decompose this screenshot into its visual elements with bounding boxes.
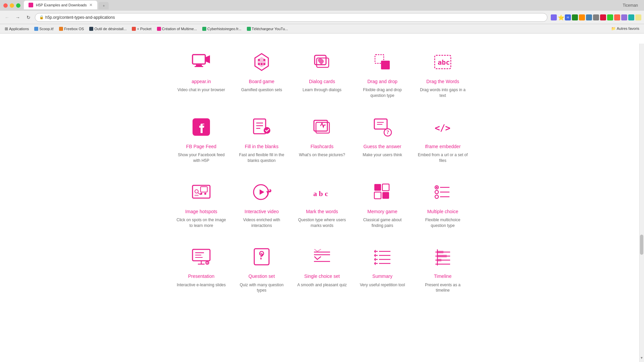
tab-close-icon[interactable]: ✕ [89,3,93,7]
svg-point-32 [195,190,198,193]
content-item-flashcards[interactable]: Flashcards What's on these pictures? [292,109,352,174]
content-item-question-set[interactable]: ? ? Question set Quiz with many question… [231,238,292,303]
svg-text:abc: abc [438,58,450,66]
mark-words-icon: a b c [310,180,334,204]
ext-7 [600,14,606,20]
svg-text:a b c: a b c [313,189,328,198]
multiple-choice-icon [431,180,454,204]
close-button[interactable] [3,3,8,8]
address-bar[interactable]: 🔒 h5p.org/content-types-and-applications [35,13,547,22]
fill-blanks-icon [250,115,273,139]
new-tab-button[interactable]: + [99,2,109,9]
ext-9 [614,14,620,20]
board-game-desc: Gamified question sets [241,87,282,93]
content-item-fb[interactable]: FB Page Feed Show your Facebook feed wit… [171,109,231,174]
security-icon: 🔒 [39,15,44,19]
dialog-cards-title: Dialog cards [309,78,335,84]
ext-1 [551,14,557,20]
forward-button[interactable]: → [13,13,22,22]
bookmark-freebox[interactable]: Freebox OS [57,26,86,32]
ext-6 [593,14,599,20]
timeline-icon [431,245,454,268]
guess-answer-desc: Make your users think [363,152,402,158]
single-choice-icon [310,245,334,268]
svg-text:</>: </> [435,123,450,133]
fill-blanks-title: Fill in the blanks [245,143,278,149]
dialog-cards-desc: Learn through dialogs [303,87,341,93]
bookmark-favicon [247,27,251,31]
dialog-cards-icon [310,50,334,74]
svg-marker-5 [258,57,266,67]
svg-rect-41 [374,184,381,191]
bookmark-favicon [59,27,63,31]
back-button[interactable]: ← [3,13,11,22]
single-choice-title: Single choice set [304,273,340,279]
svg-rect-2 [196,65,202,66]
question-set-desc: Quiz with many question types [236,282,287,294]
bookmark-favicon [157,27,161,31]
scroll-thumb[interactable] [640,235,643,255]
ext-5 [586,14,592,20]
presentation-title: Presentation [188,273,215,279]
board-game-title: Board game [249,78,274,84]
content-item-mark-words[interactable]: a b c Mark the words Question type where… [292,174,352,239]
memory-desc: Classical game about finding pairs [357,217,408,229]
scrollbar[interactable]: ▼ [639,44,644,352]
content-item-memory[interactable]: Memory game Classical game about finding… [352,174,413,239]
bookmarks-bar: ⊞ Applications Scoop.it! Freebox OS Outi… [0,24,644,34]
content-item-drag-drop[interactable]: Drag and drop Flixible drag and drop que… [352,44,413,109]
bookmark-creation[interactable]: Création of Multime... [155,26,199,32]
svg-line-33 [198,193,201,195]
bookmark-applications[interactable]: ⊞ Applications [3,26,31,32]
bookmark-outil[interactable]: Outil de désinstall... [87,26,128,32]
multiple-choice-title: Multiple choice [427,208,459,215]
maximize-button[interactable] [16,3,20,8]
content-item-summary[interactable]: Summary Very useful repetition tool [352,238,413,303]
bookmark-pocket[interactable]: + Pocket [130,26,153,32]
svg-text:?: ? [386,129,389,135]
iframe-icon: </> [431,115,454,139]
svg-rect-34 [201,187,207,192]
bookmark-cyber[interactable]: Cyberhistoiregeo.fr... [200,26,244,32]
content-item-presentation[interactable]: Presentation Interactive e-learning slid… [171,238,231,303]
svg-point-22 [264,127,270,134]
content-item-interactive-video[interactable]: Interactive video Videos enriched with i… [231,174,292,239]
multiple-choice-desc: Flexible multichoice question type [418,217,468,229]
fb-icon [190,115,213,139]
content-item-single-choice[interactable]: Single choice set A smooth and pleasant … [292,238,352,303]
guess-answer-title: Guess the answer [364,143,401,149]
content-item-timeline[interactable]: Timeline Present events as a timeline [413,238,473,303]
bookmark-autres[interactable]: 📁 Autres favoris [609,26,641,32]
content-item-board-game[interactable]: Board game Gamified question sets [231,44,292,109]
bookmark-scoop[interactable]: Scoop.it! [32,26,56,32]
active-tab[interactable]: H5P Examples and Downloads ✕ [24,1,97,9]
appear-in-icon [190,50,213,74]
question-set-icon: ? ? [250,245,273,268]
content-item-hotspots[interactable]: Image hotspots Click on spots on the ima… [171,174,231,239]
content-item-iframe[interactable]: </> Iframe embedder Embed from a url or … [413,109,473,174]
svg-rect-14 [381,61,390,69]
content-item-dialog-cards[interactable]: Dialog cards Learn through dialogs [292,44,352,109]
drag-words-title: Drag the Words [426,78,459,84]
minimize-button[interactable] [10,3,14,8]
title-bar: H5P Examples and Downloads ✕ + Ticeman [0,0,644,11]
content-item-guess-answer[interactable]: ? Guess the answer Make your users think [352,109,413,174]
refresh-button[interactable]: ↻ [24,13,33,22]
interactive-video-desc: Videos enriched with interactions [236,217,287,229]
single-choice-desc: A smooth and pleasant quiz [297,282,346,288]
svg-rect-43 [374,192,381,199]
content-item-drag-words[interactable]: abc Drag the Words Drag words into gaps … [413,44,473,109]
interactive-video-icon [250,180,273,204]
navigation-toolbar: ← → ↻ 🔒 h5p.org/content-types-and-applic… [0,11,644,24]
content-item-multiple-choice[interactable]: Multiple choice Flexible multichoice que… [413,174,473,239]
bookmark-telechargeur[interactable]: Téléchargeur YouTu... [245,26,290,32]
summary-desc: Very useful repetition tool [360,282,405,288]
content-item-fill-blanks[interactable]: Fill in the blanks Fast and flexible fil… [231,109,292,174]
svg-point-10 [263,63,265,65]
svg-point-36 [204,193,206,195]
question-set-title: Question set [249,273,275,279]
flashcards-icon [310,115,334,139]
content-item-appear-in[interactable]: appear.in Video chat in your browser [171,44,231,109]
url-text: h5p.org/content-types-and-applications [45,15,115,20]
svg-point-50 [435,190,438,194]
